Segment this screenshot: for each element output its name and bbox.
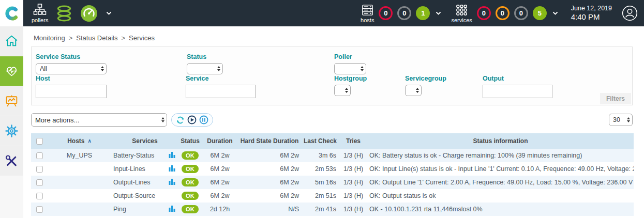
duration-value: 6M 2w (202, 162, 238, 176)
header-last-check[interactable]: Last Check (301, 133, 339, 149)
graph-icon[interactable] (169, 151, 175, 160)
table-row: Output-Lines OK 6M 2w 6M 2w 5m 16s 1/3 (… (31, 176, 634, 189)
database-icon (55, 5, 73, 22)
centreon-screen: pollers (0, 0, 644, 218)
refresh-icon (176, 116, 185, 124)
breadcrumb-services[interactable]: Services (129, 34, 155, 42)
select-all-checkbox[interactable] (36, 138, 43, 145)
status-information-text: OK: Battery status is ok - Charge remain… (367, 149, 634, 162)
graph-icon[interactable] (169, 205, 175, 213)
output-input[interactable] (483, 85, 552, 98)
pollers-label: pollers (32, 18, 48, 23)
host-input[interactable] (36, 85, 107, 98)
hosts-summary[interactable]: hosts (361, 4, 374, 23)
breadcrumb-status-details[interactable]: Status Details (76, 34, 117, 42)
services-unknown-counter[interactable]: 0 (514, 6, 528, 20)
sidebar-item-reporting[interactable] (0, 86, 23, 116)
last-check-value: 2m 51s (301, 189, 339, 203)
sidebar-item-monitoring[interactable] (0, 56, 23, 86)
hosts-icon (361, 4, 374, 17)
status-select[interactable] (187, 63, 223, 74)
sidebar-item-home[interactable] (0, 26, 23, 56)
page-size-select[interactable]: 30 (609, 114, 633, 126)
play-button[interactable] (187, 115, 197, 124)
table-row: Ping OK 2d 12h N/S 2m 41s 1/3 (H) OK - 1… (31, 203, 634, 216)
host-name[interactable] (48, 203, 111, 216)
pollers-button[interactable]: pollers (32, 3, 48, 23)
hosts-label: hosts (361, 18, 374, 23)
row-checkbox[interactable] (36, 206, 43, 213)
host-name[interactable]: My_UPS (48, 149, 111, 162)
heart-pulse-icon (5, 64, 19, 78)
service-name[interactable]: Ping (111, 203, 166, 216)
host-label: Host (36, 75, 107, 82)
host-name[interactable] (48, 176, 111, 189)
services-warning-counter[interactable]: 0 (496, 6, 510, 20)
service-name[interactable]: Battery-Status (111, 149, 166, 162)
centreon-c-icon (4, 6, 20, 21)
latency-status-button[interactable] (80, 5, 98, 22)
main-content: Monitoring>Status Details>Services Servi… (23, 26, 644, 218)
user-menu-button[interactable] (622, 5, 638, 21)
header-status[interactable]: Status (178, 133, 202, 149)
status-information-text: OK: Output Line '1' Current: 2.00 A, Fre… (367, 176, 634, 189)
graph-icon[interactable] (169, 178, 175, 186)
host-name[interactable] (48, 162, 111, 176)
row-checkbox[interactable] (36, 179, 43, 186)
filters-tab[interactable]: Filters (600, 93, 631, 104)
last-check-value: 5m 16s (301, 176, 339, 189)
presentation-chart-icon (5, 94, 19, 108)
breadcrumb: Monitoring>Status Details>Services (34, 34, 155, 42)
sidebar-item-configuration[interactable] (0, 116, 23, 146)
tools-icon (5, 154, 19, 168)
pause-button[interactable] (199, 115, 208, 124)
service-name[interactable]: Output-Lines (111, 176, 166, 189)
service-name[interactable]: Output-Source (111, 189, 166, 203)
last-check-value: 3m 6s (301, 149, 339, 162)
breadcrumb-monitoring[interactable]: Monitoring (34, 34, 65, 42)
services-critical-counter[interactable]: 0 (477, 6, 491, 20)
host-name[interactable] (48, 189, 111, 203)
status-badge: OK (182, 205, 199, 213)
hosts-up-counter[interactable]: 1 (416, 6, 430, 20)
service-status-label: Service Status (36, 53, 107, 60)
hostgroup-label: Hostgroup (334, 75, 367, 82)
row-checkbox[interactable] (36, 166, 43, 173)
header-hosts[interactable]: Hosts∧ (48, 133, 111, 149)
service-name[interactable]: Input-Lines (111, 162, 166, 176)
sidebar-item-administration[interactable] (0, 146, 23, 176)
hosts-down-counter[interactable]: 0 (379, 6, 393, 20)
hostgroup-select[interactable] (334, 85, 351, 96)
services-table: Hosts∧ Services Status Duration Hard Sta… (31, 133, 634, 216)
table-row: Input-Lines OK 6M 2w 6M 2w 2m 53s 1/3 (H… (31, 162, 634, 176)
poller-menu-expand-icon[interactable] (106, 11, 112, 15)
tries-value: 1/3 (H) (339, 203, 367, 216)
status-information-text: OK: Input Line(s) status is ok - Input L… (367, 162, 634, 176)
row-checkbox[interactable] (36, 152, 43, 159)
refresh-button[interactable] (176, 116, 185, 124)
services-ok-counter[interactable]: 5 (533, 6, 547, 20)
service-input[interactable] (186, 85, 256, 98)
services-expand-icon[interactable] (552, 11, 558, 15)
centreon-logo[interactable] (0, 0, 23, 26)
header-duration[interactable]: Duration (202, 133, 238, 149)
database-status-button[interactable] (55, 5, 73, 22)
service-status-select[interactable]: All (36, 63, 107, 74)
output-label: Output (483, 75, 552, 82)
tries-value: 1/3 (H) (339, 176, 367, 189)
header-tries[interactable]: Tries (339, 133, 367, 149)
hosts-unreachable-counter[interactable]: 0 (397, 6, 411, 20)
row-checkbox[interactable] (36, 193, 43, 199)
more-actions-select[interactable]: More actions... (31, 113, 167, 127)
home-icon (5, 34, 19, 48)
header-hard-state-duration[interactable]: Hard State Duration (238, 133, 301, 149)
poller-select[interactable] (334, 63, 366, 74)
current-date: June 12, 2019 (571, 5, 612, 12)
header-services[interactable]: Services (111, 133, 178, 149)
duration-value: 6M 2w (202, 189, 238, 203)
services-summary[interactable]: services (451, 4, 472, 23)
hosts-expand-icon[interactable] (436, 11, 441, 15)
servicegroup-select[interactable] (405, 85, 422, 96)
header-status-information[interactable]: Status information (367, 133, 634, 149)
graph-icon[interactable] (169, 165, 175, 173)
